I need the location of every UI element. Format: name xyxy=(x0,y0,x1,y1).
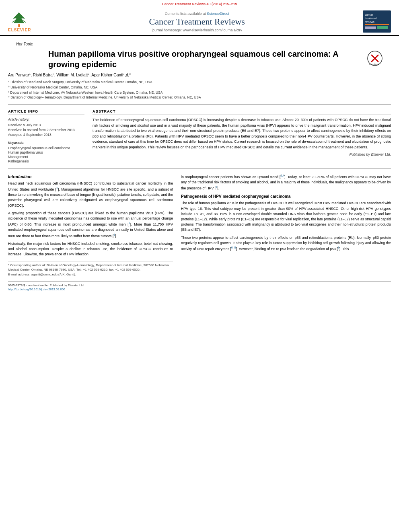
crossmark-badge: CrossMark xyxy=(367,50,383,66)
email-footnote: E-mail address: aganti@unmc.edu (A.K. Ga… xyxy=(8,272,173,277)
svg-rect-9 xyxy=(365,26,376,27)
journal-title-block: Contents lists available at ScienceDirec… xyxy=(31,12,363,32)
keyword-4: Pathogenesis xyxy=(8,159,84,163)
svg-text:cancer: cancer xyxy=(365,13,374,16)
sciencedirect-link[interactable]: ScienceDirect xyxy=(207,12,229,16)
svg-text:treatment: treatment xyxy=(365,17,377,20)
revised-date: Received in revised form 2 September 201… xyxy=(8,128,84,132)
keyword-3: Management xyxy=(8,155,84,159)
bottom-bar: 0305-7372/$ - see front matter Published… xyxy=(8,281,391,292)
introduction-title: Introduction xyxy=(8,175,173,179)
abstract-text: The incidence of oropharyngeal squamous … xyxy=(93,117,391,150)
published-by: Published by Elsevier Ltd. xyxy=(93,152,391,156)
svg-rect-11 xyxy=(365,28,376,29)
corresponding-author-footnote: * Corresponding author at: Division of O… xyxy=(8,263,173,272)
affiliation-b: ᵇ University of Nebraska Medical Center,… xyxy=(8,85,391,90)
content-divider xyxy=(8,168,391,169)
sciencedirect-line: Contents lists available at ScienceDirec… xyxy=(31,12,363,16)
copyright-text: 0305-7372/$ - see front matter Published… xyxy=(8,283,84,292)
article-info-panel: ARTICLE INFO Article history: Received 9… xyxy=(8,109,84,164)
article-title-block: Human papilloma virus positive oropharyn… xyxy=(16,47,367,70)
intro-paragraph-1: Head and neck squamous cell carcinoma (H… xyxy=(8,181,173,208)
accepted-date: Accepted 4 September 2013 xyxy=(8,133,84,137)
abstract-panel: ABSTRACT The incidence of oropharyngeal … xyxy=(93,109,391,164)
journal-citation-bar: Cancer Treatment Reviews 40 (2014) 215–2… xyxy=(0,0,399,7)
affiliation-a: ᵃ Division of Head and Neck Surgery, Uni… xyxy=(8,80,391,85)
section-divider xyxy=(8,104,391,105)
history-label: Article history: xyxy=(8,117,84,121)
elsevier-logo: ELSEVIER xyxy=(8,12,31,32)
pathogenesis-para-2: These two proteins appear to affect carc… xyxy=(181,235,391,252)
svg-marker-1 xyxy=(13,12,25,23)
keyword-1: Oropharyngeal squamous cell carcinoma xyxy=(8,146,84,150)
affiliation-c: ᶜ Department of Internal Medicine, VA Ne… xyxy=(8,90,391,95)
left-column: Introduction Head and neck squamous cell… xyxy=(8,174,173,277)
keywords-label: Keywords: xyxy=(8,141,84,145)
svg-rect-12 xyxy=(377,26,388,29)
cancer-treatment-logo-icon: cancer treatment reviews xyxy=(363,10,391,33)
intro-paragraph-2: A growing proportion of these cancers (O… xyxy=(8,211,173,239)
info-abstract-section: ARTICLE INFO Article history: Received 9… xyxy=(0,108,399,165)
crossmark-icon: CrossMark xyxy=(367,51,383,66)
doi-link[interactable]: http://dx.doi.org/10.1016/j.ctrv.2013.09… xyxy=(8,288,65,291)
svg-text:CrossMark: CrossMark xyxy=(369,63,379,66)
journal-header: ELSEVIER Contents lists available at Sci… xyxy=(0,7,399,36)
right-column: in oropharyngeal cancer patients has sho… xyxy=(181,174,391,277)
intro-paragraph-3: Historically, the major risk factors for… xyxy=(8,241,173,257)
hot-topic-label: Hot Topic xyxy=(8,39,391,47)
journal-title: Cancer Treatment Reviews xyxy=(31,16,363,27)
abstract-heading: ABSTRACT xyxy=(93,109,391,115)
title-row: Human papilloma virus positive oropharyn… xyxy=(8,47,391,70)
elsevier-label: ELSEVIER xyxy=(8,28,31,32)
svg-rect-8 xyxy=(365,24,389,25)
received-date: Received 9 July 2013 xyxy=(8,123,84,127)
affiliations-block: ᵃ Division of Head and Neck Surgery, Uni… xyxy=(0,79,399,101)
pathogenesis-title: Pathogenesis of HPV mediated oropharynge… xyxy=(181,194,391,199)
right-intro-continuation: in oropharyngeal cancer patients has sho… xyxy=(181,174,391,191)
elsevier-tree-icon xyxy=(8,12,30,28)
authors-line: Aru Panwarᵃ, Rishi Batraᵇ, William M. Ly… xyxy=(0,70,399,79)
article-title: Human papilloma virus positive oropharyn… xyxy=(16,47,367,70)
pathogenesis-para-1: The role of human papilloma virus in the… xyxy=(181,201,391,232)
main-content: Introduction Head and neck squamous cell… xyxy=(0,172,399,278)
affiliation-d: ᵈ Division of Oncology–Hematology, Depar… xyxy=(8,95,391,100)
svg-text:reviews: reviews xyxy=(365,21,374,23)
article-info-heading: ARTICLE INFO xyxy=(8,109,84,115)
citation-text: Cancer Treatment Reviews 40 (2014) 215–2… xyxy=(162,2,237,6)
keyword-2: Human papilloma virus xyxy=(8,150,84,154)
svg-rect-10 xyxy=(365,27,376,28)
footnote-area: * Corresponding author at: Division of O… xyxy=(8,261,173,277)
journal-homepage: journal homepage: www.elsevierhealth.com… xyxy=(31,28,363,32)
svg-rect-0 xyxy=(18,24,20,27)
journal-logo: cancer treatment reviews xyxy=(363,10,391,33)
